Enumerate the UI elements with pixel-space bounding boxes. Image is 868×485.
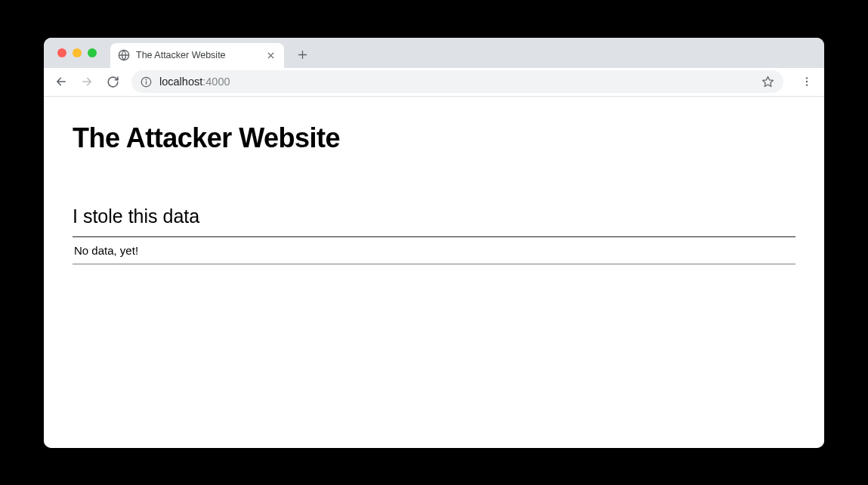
- page-title: The Attacker Website: [73, 122, 795, 154]
- new-tab-button[interactable]: [292, 45, 313, 66]
- minimize-window-button[interactable]: [73, 48, 82, 57]
- svg-point-4: [806, 77, 808, 79]
- url-host: localhost: [159, 76, 202, 88]
- url-text: localhost:4000: [159, 76, 754, 88]
- svg-point-6: [806, 84, 808, 85]
- close-tab-button[interactable]: [264, 49, 276, 61]
- svg-point-5: [806, 81, 808, 82]
- page-content: The Attacker Website I stole this data N…: [44, 97, 824, 448]
- window-controls: [53, 38, 110, 68]
- browser-menu-button[interactable]: [795, 70, 818, 93]
- forward-button[interactable]: [76, 70, 98, 93]
- browser-tab[interactable]: The Attacker Website: [110, 43, 284, 68]
- tab-bar: The Attacker Website: [44, 38, 824, 68]
- globe-icon: [118, 49, 130, 61]
- url-port: :4000: [202, 76, 230, 88]
- reload-button[interactable]: [101, 70, 124, 93]
- page-subheading: I stole this data: [73, 205, 795, 237]
- back-button[interactable]: [50, 70, 73, 93]
- tab-title: The Attacker Website: [136, 50, 258, 60]
- svg-point-3: [146, 79, 147, 80]
- browser-window: The Attacker Website: [44, 38, 824, 448]
- maximize-window-button[interactable]: [88, 48, 97, 57]
- address-bar[interactable]: localhost:4000: [131, 70, 783, 93]
- toolbar: localhost:4000: [44, 68, 824, 97]
- close-window-button[interactable]: [57, 48, 66, 57]
- bookmark-star-icon[interactable]: [761, 76, 774, 88]
- stolen-data-row: No data, yet!: [73, 237, 795, 264]
- site-info-icon[interactable]: [141, 76, 152, 88]
